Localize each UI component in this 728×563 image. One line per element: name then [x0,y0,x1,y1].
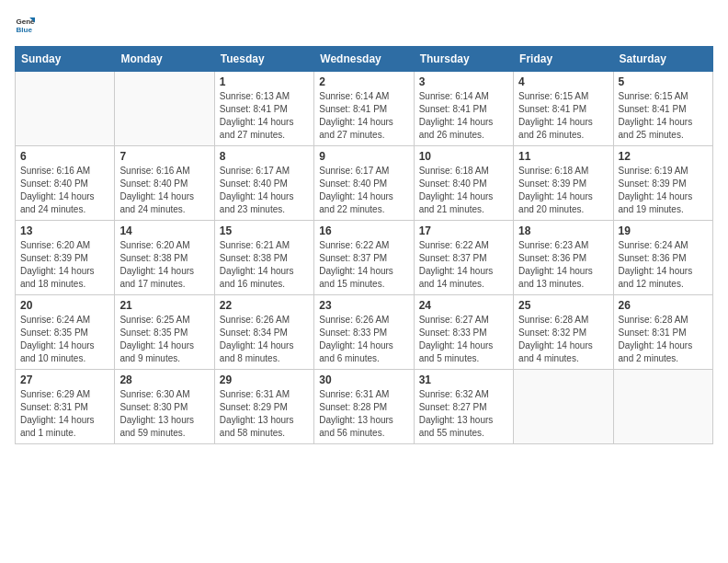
calendar-cell: 29Sunrise: 6:31 AM Sunset: 8:29 PM Dayli… [214,370,313,444]
day-detail: Sunrise: 6:23 AM Sunset: 8:36 PM Dayligh… [518,239,608,291]
day-detail: Sunrise: 6:19 AM Sunset: 8:39 PM Dayligh… [619,165,708,216]
weekday-header-thursday: Thursday [414,47,513,72]
day-number: 8 [220,150,309,163]
day-detail: Sunrise: 6:28 AM Sunset: 8:31 PM Dayligh… [619,314,708,365]
calendar-cell: 5Sunrise: 6:15 AM Sunset: 8:41 PM Daylig… [613,72,712,146]
day-number: 15 [220,224,309,237]
day-number: 27 [20,373,109,386]
day-number: 28 [119,373,209,386]
day-number: 30 [319,373,408,386]
day-number: 16 [319,224,408,237]
day-detail: Sunrise: 6:28 AM Sunset: 8:32 PM Dayligh… [518,314,608,365]
day-number: 29 [220,373,309,386]
day-detail: Sunrise: 6:13 AM Sunset: 8:41 PM Dayligh… [220,90,309,142]
calendar-cell: 4Sunrise: 6:15 AM Sunset: 8:41 PM Daylig… [514,72,613,146]
calendar-cell: 24Sunrise: 6:27 AM Sunset: 8:33 PM Dayli… [414,295,513,370]
day-detail: Sunrise: 6:20 AM Sunset: 8:38 PM Dayligh… [119,239,209,291]
week-row-4: 20Sunrise: 6:24 AM Sunset: 8:35 PM Dayli… [16,295,713,370]
calendar-cell: 17Sunrise: 6:22 AM Sunset: 8:37 PM Dayli… [414,221,513,295]
day-number: 6 [20,150,109,163]
day-number: 5 [619,75,708,88]
day-number: 7 [119,150,209,163]
day-detail: Sunrise: 6:30 AM Sunset: 8:30 PM Dayligh… [119,388,209,440]
calendar-cell: 19Sunrise: 6:24 AM Sunset: 8:36 PM Dayli… [613,221,712,295]
day-detail: Sunrise: 6:24 AM Sunset: 8:36 PM Dayligh… [619,239,708,291]
day-detail: Sunrise: 6:22 AM Sunset: 8:37 PM Dayligh… [319,239,408,291]
day-detail: Sunrise: 6:17 AM Sunset: 8:40 PM Dayligh… [220,165,309,216]
weekday-header-tuesday: Tuesday [214,47,313,72]
calendar: SundayMondayTuesdayWednesdayThursdayFrid… [15,46,713,444]
calendar-cell: 10Sunrise: 6:18 AM Sunset: 8:40 PM Dayli… [414,146,513,221]
day-number: 14 [119,224,209,237]
day-detail: Sunrise: 6:21 AM Sunset: 8:38 PM Dayligh… [220,239,309,291]
day-detail: Sunrise: 6:20 AM Sunset: 8:39 PM Dayligh… [20,239,109,291]
day-number: 3 [419,75,508,88]
day-detail: Sunrise: 6:17 AM Sunset: 8:40 PM Dayligh… [319,165,408,216]
day-number: 25 [518,299,608,312]
day-detail: Sunrise: 6:25 AM Sunset: 8:35 PM Dayligh… [119,314,209,365]
calendar-cell: 11Sunrise: 6:18 AM Sunset: 8:39 PM Dayli… [514,146,613,221]
day-number: 23 [319,299,408,312]
day-detail: Sunrise: 6:14 AM Sunset: 8:41 PM Dayligh… [319,90,408,142]
calendar-cell: 3Sunrise: 6:14 AM Sunset: 8:41 PM Daylig… [414,72,513,146]
day-detail: Sunrise: 6:31 AM Sunset: 8:29 PM Dayligh… [220,388,309,440]
day-number: 22 [220,299,309,312]
calendar-cell: 23Sunrise: 6:26 AM Sunset: 8:33 PM Dayli… [314,295,414,370]
calendar-cell: 2Sunrise: 6:14 AM Sunset: 8:41 PM Daylig… [314,72,414,146]
weekday-header-sunday: Sunday [16,47,115,72]
day-detail: Sunrise: 6:22 AM Sunset: 8:37 PM Dayligh… [419,239,508,291]
calendar-cell [115,72,214,146]
day-number: 2 [319,75,408,88]
day-detail: Sunrise: 6:16 AM Sunset: 8:40 PM Dayligh… [20,165,109,216]
week-row-2: 6Sunrise: 6:16 AM Sunset: 8:40 PM Daylig… [16,146,713,221]
day-number: 10 [419,150,508,163]
day-detail: Sunrise: 6:18 AM Sunset: 8:40 PM Dayligh… [419,165,508,216]
day-detail: Sunrise: 6:31 AM Sunset: 8:28 PM Dayligh… [319,388,408,440]
calendar-cell: 28Sunrise: 6:30 AM Sunset: 8:30 PM Dayli… [115,370,214,444]
day-number: 18 [518,224,608,237]
weekday-header-monday: Monday [115,47,214,72]
logo-icon: General Blue [15,15,35,35]
week-row-1: 1Sunrise: 6:13 AM Sunset: 8:41 PM Daylig… [16,72,713,146]
calendar-cell: 20Sunrise: 6:24 AM Sunset: 8:35 PM Dayli… [16,295,115,370]
calendar-cell: 13Sunrise: 6:20 AM Sunset: 8:39 PM Dayli… [16,221,115,295]
calendar-cell: 7Sunrise: 6:16 AM Sunset: 8:40 PM Daylig… [115,146,214,221]
day-detail: Sunrise: 6:26 AM Sunset: 8:33 PM Dayligh… [319,314,408,365]
week-row-5: 27Sunrise: 6:29 AM Sunset: 8:31 PM Dayli… [16,370,713,444]
calendar-cell [514,370,613,444]
day-number: 31 [419,373,508,386]
day-number: 26 [619,299,708,312]
calendar-cell: 22Sunrise: 6:26 AM Sunset: 8:34 PM Dayli… [214,295,313,370]
calendar-cell: 6Sunrise: 6:16 AM Sunset: 8:40 PM Daylig… [16,146,115,221]
day-detail: Sunrise: 6:26 AM Sunset: 8:34 PM Dayligh… [220,314,309,365]
day-detail: Sunrise: 6:27 AM Sunset: 8:33 PM Dayligh… [419,314,508,365]
day-detail: Sunrise: 6:16 AM Sunset: 8:40 PM Dayligh… [119,165,209,216]
logo: General Blue [15,15,35,35]
day-number: 1 [220,75,309,88]
calendar-cell: 26Sunrise: 6:28 AM Sunset: 8:31 PM Dayli… [613,295,712,370]
calendar-cell [613,370,712,444]
svg-text:Blue: Blue [16,26,32,34]
day-number: 9 [319,150,408,163]
day-detail: Sunrise: 6:15 AM Sunset: 8:41 PM Dayligh… [619,90,708,142]
day-number: 21 [119,299,209,312]
calendar-cell [16,72,115,146]
day-detail: Sunrise: 6:14 AM Sunset: 8:41 PM Dayligh… [419,90,508,142]
day-number: 4 [518,75,608,88]
day-detail: Sunrise: 6:15 AM Sunset: 8:41 PM Dayligh… [518,90,608,142]
day-number: 20 [20,299,109,312]
weekday-header-friday: Friday [514,47,613,72]
day-detail: Sunrise: 6:32 AM Sunset: 8:27 PM Dayligh… [419,388,508,440]
calendar-cell: 8Sunrise: 6:17 AM Sunset: 8:40 PM Daylig… [214,146,313,221]
calendar-cell: 12Sunrise: 6:19 AM Sunset: 8:39 PM Dayli… [613,146,712,221]
weekday-header-row: SundayMondayTuesdayWednesdayThursdayFrid… [16,47,713,72]
day-detail: Sunrise: 6:18 AM Sunset: 8:39 PM Dayligh… [518,165,608,216]
calendar-cell: 27Sunrise: 6:29 AM Sunset: 8:31 PM Dayli… [16,370,115,444]
day-number: 12 [619,150,708,163]
calendar-cell: 15Sunrise: 6:21 AM Sunset: 8:38 PM Dayli… [214,221,313,295]
calendar-cell: 25Sunrise: 6:28 AM Sunset: 8:32 PM Dayli… [514,295,613,370]
day-number: 24 [419,299,508,312]
weekday-header-wednesday: Wednesday [314,47,414,72]
day-number: 19 [619,224,708,237]
week-row-3: 13Sunrise: 6:20 AM Sunset: 8:39 PM Dayli… [16,221,713,295]
